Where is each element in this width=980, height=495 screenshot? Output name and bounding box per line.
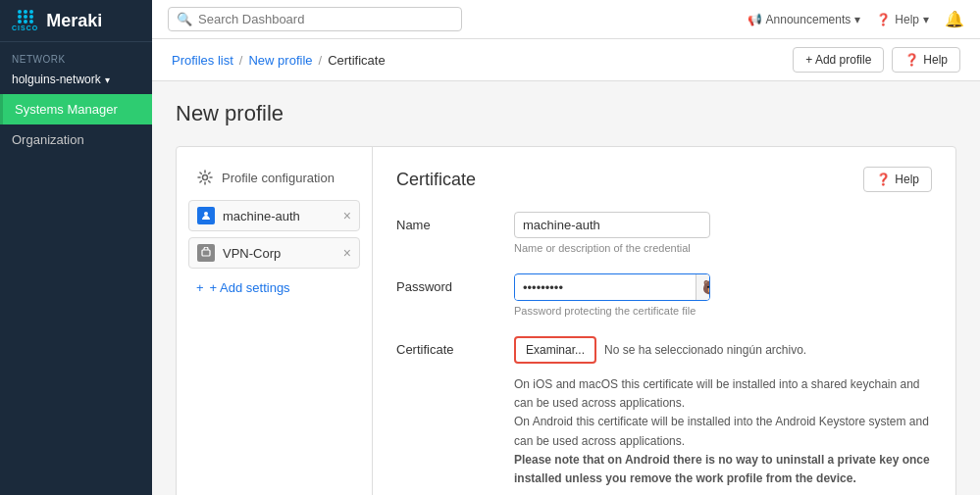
vpn-corp-panel: VPN-Corp × [188,237,360,269]
network-selector[interactable]: holguins-network ▾ [0,69,152,94]
chevron-down-icon: ▾ [105,74,110,85]
profile-configuration-label: Profile configuration [222,171,335,185]
section-title: Certificate ❓ Help [396,167,932,192]
breadcrumb: Profiles list / New profile / Certificat… [172,53,386,68]
cisco-dot [24,10,27,14]
machine-auth-label: machine-auth [223,209,300,223]
cert-info-line1: On iOS and macOS this certificate will b… [514,375,932,413]
svg-point-0 [203,175,208,180]
announcements-button[interactable]: 📢 Announcements ▾ [748,13,861,26]
cisco-dot [29,15,33,19]
gear-icon [196,169,214,186]
certificate-row: Certificate Examinar... No se ha selecci… [396,336,932,488]
svg-rect-2 [202,250,210,256]
vpn-corp-icon [197,244,215,262]
megaphone-icon: 📢 [748,13,762,26]
name-hint: Name or description of the credential [514,242,932,254]
cert-info-bold: Please note that on Android there is no … [514,451,932,488]
breadcrumb-separator: / [319,53,323,68]
cisco-dot [24,15,27,19]
cisco-logo: CISCO [12,10,38,31]
help-icon: ❓ [876,173,891,186]
add-settings-button[interactable]: + + Add settings [188,274,360,301]
certificate-info: On iOS and macOS this certificate will b… [514,375,932,488]
password-toggle-button[interactable]: 🐻 [696,274,710,300]
plus-icon: + [196,280,204,295]
search-icon: 🔍 [177,12,192,26]
name-label: Name [396,212,514,254]
cisco-text: CISCO [12,25,38,31]
password-row: Password 🐻 Password protecting the certi… [396,273,932,317]
password-wrapper: 🐻 [514,273,710,301]
search-input[interactable] [198,12,453,26]
chevron-down-icon: ▾ [923,13,929,26]
breadcrumb-actions: + Add profile ❓ Help [793,47,960,73]
topbar-right: 📢 Announcements ▾ ❓ Help ▾ 🔔 [748,10,964,28]
page-title: New profile [176,101,956,126]
password-hint: Password protecting the certificate file [514,305,932,317]
cisco-dot [18,10,22,14]
search-box[interactable]: 🔍 [168,7,462,31]
main-wrapper: 🔍 📢 Announcements ▾ ❓ Help ▾ 🔔 Profiles … [152,0,980,495]
file-upload-area: Examinar... No se ha seleccionado ningún… [514,336,932,364]
content-area: Profiles list / New profile / Certificat… [152,39,980,495]
add-profile-button[interactable]: + Add profile [793,47,884,73]
sidebar-item-organization[interactable]: Organization [0,124,152,155]
vpn-corp-close-button[interactable]: × [343,245,351,261]
machine-auth-panel: machine-auth × [188,200,360,231]
name-field: Name or description of the credential [514,212,932,254]
cisco-dot [18,15,22,19]
page-content: New profile Profile configuration [152,81,980,495]
breadcrumb-separator: / [239,53,243,68]
certificate-help-button[interactable]: ❓ Help [863,167,932,192]
machine-auth-close-button[interactable]: × [343,208,351,223]
password-field: 🐻 Password protecting the certificate fi… [514,273,932,317]
help-icon: ❓ [904,53,919,67]
sidebar-item-systems-manager[interactable]: Systems Manager [0,94,152,124]
topbar: 🔍 📢 Announcements ▾ ❓ Help ▾ 🔔 [152,0,980,39]
sidebar: CISCO Meraki NETWORK holguins-network ▾ … [0,0,152,495]
chevron-down-icon: ▾ [854,13,860,26]
name-input[interactable] [514,212,710,238]
breadcrumb-current: Certificate [328,53,386,68]
machine-auth-icon [197,207,215,224]
name-row: Name Name or description of the credenti… [396,212,932,254]
logo-area: CISCO Meraki [0,0,152,42]
cisco-dot [24,20,27,24]
notifications-bell[interactable]: 🔔 [945,10,964,28]
certificate-field: Examinar... No se ha seleccionado ningún… [514,336,932,488]
help-circle-icon: ❓ [876,13,891,26]
cisco-dot [29,20,33,24]
network-name[interactable]: holguins-network ▾ [12,73,140,86]
breadcrumb-profiles-link[interactable]: Profiles list [172,53,233,68]
profile-layout: Profile configuration machine-auth [176,146,956,495]
profile-configuration-item: Profile configuration [188,163,360,192]
certificate-label: Certificate [396,336,514,488]
help-button[interactable]: ❓ Help ▾ [876,13,929,26]
meraki-logo-text: Meraki [46,11,102,31]
cisco-dot [18,20,22,24]
breadcrumb-bar: Profiles list / New profile / Certificat… [152,39,980,81]
svg-point-1 [204,212,208,216]
vpn-corp-label: VPN-Corp [223,246,281,261]
password-input[interactable] [515,275,696,300]
cert-info-line2: On Android this certificate will be inst… [514,413,932,450]
network-section-label: NETWORK [0,42,152,69]
profile-sidebar: Profile configuration machine-auth [177,147,373,495]
certificate-content: Certificate ❓ Help Name Name or descript… [373,147,955,495]
file-no-selected-label: No se ha seleccionado ningún archivo. [604,343,806,357]
help-button-breadcrumb[interactable]: ❓ Help [892,47,960,73]
breadcrumb-new-profile-link[interactable]: New profile [248,53,312,68]
cisco-dot [29,10,33,14]
password-label: Password [396,273,514,317]
file-upload-button[interactable]: Examinar... [514,336,596,364]
